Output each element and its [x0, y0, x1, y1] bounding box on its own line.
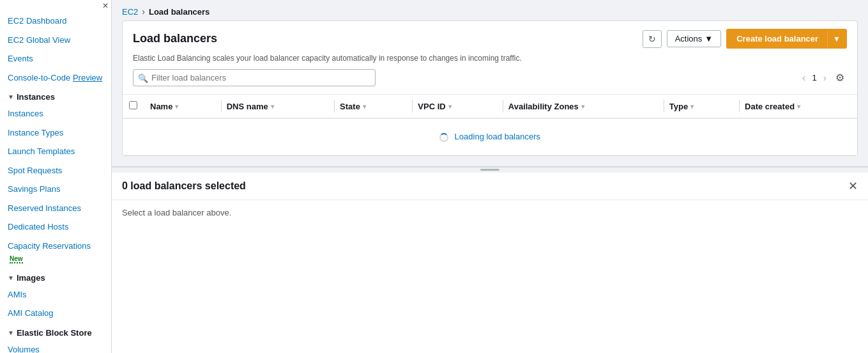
images-arrow-icon: ▼	[8, 274, 14, 281]
bottom-panel-message: Select a load balancer above.	[122, 208, 231, 217]
loading-row: Loading load balancers	[123, 118, 857, 155]
actions-label: Actions	[675, 34, 703, 43]
sidebar-item-volumes[interactable]: Volumes	[0, 340, 111, 354]
sidebar-item-launch-templates[interactable]: Launch Templates	[0, 142, 111, 161]
capacity-reservations-badge: New	[10, 255, 23, 263]
sidebar-item-savings-plans[interactable]: Savings Plans	[0, 180, 111, 199]
load-balancers-table: Name ▾ DNS name ▾	[123, 94, 857, 155]
sidebar: ✕ EC2 Dashboard EC2 Global View Events C…	[0, 0, 112, 353]
sep5	[664, 100, 664, 113]
sidebar-item-instances[interactable]: Instances	[0, 104, 111, 123]
col-date-header: Date created ▾	[730, 95, 857, 119]
pagination-current: 1	[812, 73, 816, 82]
load-balancers-card: Load balancers ↻ Actions ▼ Create load b…	[122, 20, 858, 156]
col-type-header: Type ▾	[655, 95, 730, 119]
date-sort-icon: ▾	[797, 103, 800, 110]
loading-spinner	[439, 133, 448, 142]
resize-handle-bar	[480, 169, 499, 171]
description-text: Elastic Load Balancing scales your load …	[133, 54, 522, 63]
search-icon: 🔍	[138, 73, 148, 82]
col-az-header: Availability Zones ▾	[494, 95, 655, 119]
sidebar-scroll-controls: ✕	[0, 0, 111, 12]
breadcrumb-current: Load balancers	[149, 7, 209, 17]
actions-button[interactable]: Actions ▼	[667, 30, 722, 47]
bottom-panel-header: 0 load balancers selected ✕	[112, 173, 868, 200]
loading-text: Loading load balancers	[455, 132, 540, 141]
breadcrumb-parent-link[interactable]: EC2	[122, 7, 138, 17]
bottom-panel-body: Select a load balancer above.	[112, 200, 868, 225]
sidebar-item-dedicated-hosts[interactable]: Dedicated Hosts	[0, 217, 111, 237]
page-title: Load balancers	[133, 32, 217, 45]
col-state-header: State ▾	[325, 95, 403, 119]
breadcrumb-separator: ›	[142, 6, 145, 17]
filter-input[interactable]	[133, 69, 376, 86]
images-section-label: Images	[17, 273, 45, 283]
type-sort-icon: ▾	[690, 103, 694, 110]
sidebar-section-ebs[interactable]: ▼ Elastic Block Store	[0, 323, 111, 340]
select-all-header	[123, 95, 144, 119]
pagination-next-button[interactable]: ›	[821, 71, 829, 85]
table-settings-button[interactable]: ⚙	[833, 70, 847, 85]
sidebar-item-events[interactable]: Events	[0, 49, 111, 68]
ebs-arrow-icon: ▼	[8, 329, 14, 336]
resize-handle[interactable]	[112, 168, 868, 173]
breadcrumb: EC2 › Load balancers	[112, 0, 868, 20]
actions-dropdown-icon: ▼	[704, 34, 713, 43]
az-sort-icon: ▾	[581, 103, 584, 110]
filter-input-wrapper: 🔍	[133, 69, 376, 86]
col-dns-header: DNS name ▾	[212, 95, 325, 119]
create-dropdown-arrow-icon: ▼	[833, 35, 841, 43]
instances-arrow-icon: ▼	[8, 93, 14, 100]
vpc-sort-icon: ▾	[448, 103, 452, 110]
sidebar-item-spot-requests[interactable]: Spot Requests	[0, 161, 111, 180]
card-description: Elastic Load Balancing scales your load …	[123, 54, 857, 69]
pagination-controls: ‹ 1 › ⚙	[800, 70, 847, 85]
sidebar-close-btn[interactable]: ✕	[102, 1, 109, 10]
sep2	[334, 100, 335, 113]
filter-bar: 🔍 ‹ 1 › ⚙	[123, 69, 857, 94]
name-sort-icon: ▾	[175, 103, 178, 110]
capacity-reservations-label: Capacity Reservations	[8, 241, 91, 251]
sidebar-item-capacity-reservations[interactable]: Capacity Reservations New	[0, 237, 111, 268]
create-load-balancer-button[interactable]: Create load balancer	[727, 30, 827, 47]
sep3	[412, 100, 413, 113]
sidebar-section-instances[interactable]: ▼ Instances	[0, 87, 111, 104]
sep4	[503, 100, 503, 113]
sidebar-item-instance-types[interactable]: Instance Types	[0, 123, 111, 143]
select-all-checkbox[interactable]	[129, 101, 137, 109]
sidebar-item-ami-catalog[interactable]: AMI Catalog	[0, 304, 111, 323]
refresh-icon: ↻	[648, 34, 656, 44]
instances-section-label: Instances	[17, 92, 55, 102]
sidebar-item-console-to-code[interactable]: Console-to-Code Preview	[0, 68, 111, 88]
console-to-code-preview-link[interactable]: Preview	[73, 73, 102, 82]
bottom-panel-close-button[interactable]: ✕	[848, 179, 858, 193]
bottom-panel: 0 load balancers selected ✕ Select a loa…	[112, 166, 868, 353]
sidebar-item-amis[interactable]: AMIs	[0, 285, 111, 304]
card-actions: ↻ Actions ▼ Create load balancer ▼	[643, 29, 847, 49]
sidebar-section-images[interactable]: ▼ Images	[0, 268, 111, 285]
load-balancers-table-wrap: Name ▾ DNS name ▾	[123, 94, 857, 155]
main-content: EC2 › Load balancers Load balancers ↻ Ac…	[112, 0, 868, 353]
bottom-panel-title: 0 load balancers selected	[122, 180, 246, 192]
sidebar-item-ec2-global-view[interactable]: EC2 Global View	[0, 31, 111, 50]
card-header: Load balancers ↻ Actions ▼ Create load b…	[123, 21, 857, 54]
create-load-balancer-group: Create load balancer ▼	[726, 29, 847, 49]
ebs-section-label: Elastic Block Store	[17, 328, 92, 338]
refresh-button[interactable]: ↻	[643, 30, 662, 48]
sep6	[739, 100, 740, 113]
dns-sort-icon: ▾	[271, 103, 274, 110]
col-name-header: Name ▾	[144, 95, 212, 119]
sidebar-item-ec2-dashboard[interactable]: EC2 Dashboard	[0, 12, 111, 31]
col-vpc-header: VPC ID ▾	[403, 95, 493, 119]
state-sort-icon: ▾	[363, 103, 366, 110]
sidebar-item-reserved-instances[interactable]: Reserved Instances	[0, 199, 111, 218]
pagination-prev-button[interactable]: ‹	[800, 71, 808, 85]
sep1	[221, 100, 222, 113]
create-load-balancer-dropdown-button[interactable]: ▼	[827, 30, 846, 47]
